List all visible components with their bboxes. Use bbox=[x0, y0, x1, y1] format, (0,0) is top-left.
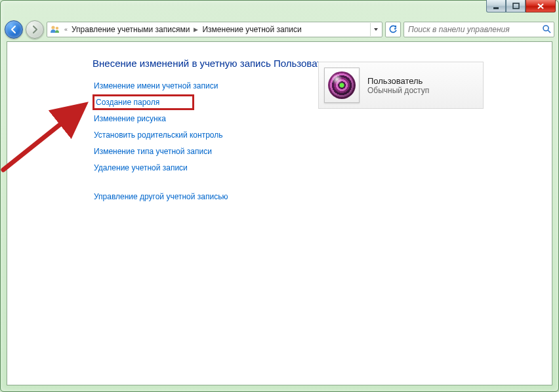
chevron-right-icon: ▶ bbox=[192, 26, 199, 33]
user-name: Пользователь bbox=[367, 76, 429, 86]
svg-point-3 bbox=[56, 27, 58, 29]
user-info: Пользователь Обычный доступ bbox=[367, 76, 429, 95]
svg-point-4 bbox=[543, 26, 549, 31]
link-parental-controls[interactable]: Установить родительский контроль bbox=[93, 130, 224, 140]
navigation-row: « Управление учетными записями ▶ Изменен… bbox=[1, 19, 558, 40]
svg-rect-0 bbox=[493, 7, 499, 9]
svg-point-2 bbox=[51, 26, 54, 29]
back-button[interactable] bbox=[5, 20, 23, 39]
close-button[interactable] bbox=[526, 0, 556, 12]
link-manage-other[interactable]: Управление другой учетной записью bbox=[93, 191, 229, 202]
users-icon bbox=[50, 24, 60, 35]
window-frame: « Управление учетными записями ▶ Изменен… bbox=[0, 0, 559, 392]
user-tile: Пользователь Обычный доступ bbox=[318, 62, 484, 109]
avatar bbox=[324, 68, 360, 103]
user-type: Обычный доступ bbox=[367, 86, 429, 95]
titlebar bbox=[1, 1, 558, 19]
link-change-type[interactable]: Изменение типа учетной записи bbox=[93, 146, 213, 157]
search-icon[interactable] bbox=[542, 24, 551, 35]
minimize-button[interactable] bbox=[486, 0, 506, 12]
content-area: Внесение изменений в учетную запись Поль… bbox=[7, 41, 552, 385]
link-change-picture[interactable]: Изменение рисунка bbox=[93, 113, 167, 124]
svg-rect-1 bbox=[513, 3, 519, 9]
chevron-left-icon: « bbox=[63, 26, 69, 33]
forward-button[interactable] bbox=[26, 20, 44, 39]
address-bar[interactable]: « Управление учетными записями ▶ Изменен… bbox=[47, 22, 383, 37]
search-box[interactable] bbox=[404, 22, 554, 37]
link-rename-account[interactable]: Изменение имени учетной записи bbox=[93, 81, 219, 91]
address-dropdown[interactable] bbox=[370, 23, 381, 36]
breadcrumb-level2[interactable]: Изменение учетной записи bbox=[202, 25, 301, 34]
search-input[interactable] bbox=[407, 24, 539, 35]
link-create-password[interactable]: Создание пароля bbox=[93, 94, 194, 110]
maximize-button[interactable] bbox=[506, 0, 526, 12]
breadcrumb-level1[interactable]: Управление учетными записями bbox=[72, 25, 190, 34]
refresh-button[interactable] bbox=[385, 22, 401, 37]
avatar-sphere-icon bbox=[328, 71, 356, 99]
link-delete-account[interactable]: Удаление учетной записи bbox=[93, 163, 189, 173]
window-controls bbox=[486, 0, 556, 12]
